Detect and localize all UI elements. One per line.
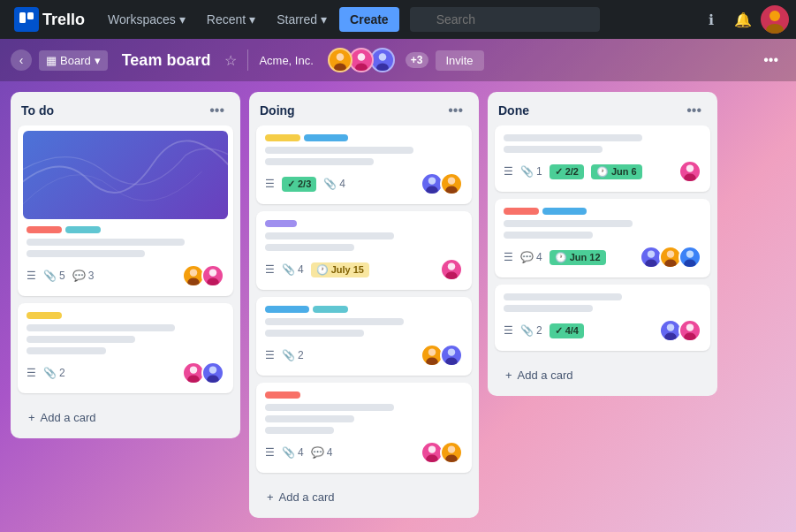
svg-point-33	[684, 174, 696, 183]
search-input[interactable]	[410, 7, 600, 32]
chevron-down-icon: ▾	[249, 12, 255, 27]
card-avatar[interactable]	[440, 172, 463, 195]
board-star-button[interactable]: ☆	[224, 52, 237, 69]
svg-point-34	[648, 250, 655, 257]
column-todo-body: ☰ 📎5 💬3	[11, 125, 240, 400]
card-text	[265, 318, 463, 337]
card-avatar[interactable]	[201, 361, 224, 384]
card-doing-2[interactable]: ☰ 📎4 🕐 July 15	[256, 211, 472, 290]
card-done-3[interactable]: ☰ 📎2 ✓ 4/4	[495, 285, 710, 351]
card-avatar[interactable]	[440, 258, 463, 281]
card-avatar[interactable]	[440, 344, 463, 367]
comment-icon: 💬	[311, 446, 324, 459]
member-avatars	[328, 48, 395, 72]
starred-menu[interactable]: Starred ▾	[268, 7, 336, 32]
column-todo-more[interactable]: •••	[204, 101, 230, 120]
meta-list: ☰	[504, 324, 513, 337]
card-avatars	[421, 441, 463, 464]
svg-point-13	[207, 278, 219, 287]
card-doing-4[interactable]: ☰ 📎4 💬4	[256, 383, 472, 473]
card-avatar[interactable]	[440, 441, 463, 464]
meta-attach: 📎4	[282, 263, 304, 276]
svg-rect-0	[19, 12, 26, 23]
app-logo[interactable]: Trello	[7, 7, 92, 32]
text-line	[504, 293, 622, 300]
card-meta: ☰ 📎4 💬4	[265, 441, 463, 464]
svg-point-32	[686, 164, 694, 171]
column-todo-title: To do	[21, 103, 54, 118]
svg-point-42	[686, 323, 694, 331]
column-doing-more[interactable]: •••	[443, 101, 468, 120]
list-icon: ☰	[504, 251, 513, 263]
check-icon: ✓	[555, 325, 563, 337]
svg-point-17	[207, 376, 219, 384]
svg-point-22	[448, 262, 455, 270]
paperclip-icon: 📎	[43, 270, 57, 282]
board-title: Team board	[115, 51, 218, 70]
check-icon: ✓	[555, 166, 563, 178]
member-avatar-2[interactable]	[349, 48, 374, 72]
svg-point-9	[376, 63, 389, 72]
card-text	[504, 293, 701, 312]
card-done-2[interactable]: ☰ 💬4 🕐 Jun 12	[495, 199, 710, 277]
user-avatar[interactable]	[761, 5, 789, 34]
plus-icon: +	[28, 411, 35, 424]
more-members-badge[interactable]: +3	[406, 52, 428, 68]
column-doing-header: Doing •••	[249, 92, 479, 125]
card-avatar[interactable]	[201, 264, 224, 287]
text-line	[265, 318, 404, 325]
paperclip-icon: 📎	[282, 446, 295, 459]
invite-button[interactable]: Invite	[436, 50, 484, 71]
column-todo: To do •••	[11, 92, 240, 438]
recent-menu[interactable]: Recent ▾	[198, 7, 264, 32]
card-avatars	[640, 246, 701, 269]
meta-attach: 📎4	[323, 178, 345, 190]
card-labels	[27, 312, 224, 319]
add-card-todo[interactable]: + Add a card	[18, 404, 233, 431]
svg-point-12	[209, 269, 216, 276]
column-done-more[interactable]: •••	[681, 101, 707, 120]
text-line	[265, 330, 364, 337]
card-avatar[interactable]	[678, 160, 701, 183]
card-avatar[interactable]	[678, 319, 701, 342]
meta-comment: 💬4	[520, 251, 542, 263]
sidebar-collapse-button[interactable]: ‹	[11, 49, 32, 71]
info-button[interactable]: ℹ	[697, 5, 725, 34]
list-icon: ☰	[265, 263, 275, 276]
card-todo-1[interactable]: ☰ 📎5 💬3	[18, 125, 233, 296]
svg-point-16	[209, 366, 216, 373]
card-text	[27, 324, 224, 354]
board-more-button[interactable]: •••	[756, 49, 785, 72]
card-done-1[interactable]: ☰ 📎1 ✓ 2/2 🕐 Jun 6	[495, 125, 710, 192]
member-avatar-3[interactable]	[370, 48, 395, 72]
checklist-done-badge: ✓ 4/4	[550, 323, 584, 338]
text-line	[265, 158, 374, 165]
list-icon: ☰	[265, 349, 275, 361]
add-card-done[interactable]: + Add a card	[495, 361, 710, 389]
add-card-doing[interactable]: + Add a card	[256, 483, 472, 511]
svg-point-36	[667, 250, 674, 257]
svg-point-3	[766, 24, 784, 34]
card-meta: ☰ 📎2	[265, 344, 463, 367]
card-todo-2[interactable]: ☰ 📎2	[18, 303, 233, 393]
card-text	[265, 404, 463, 434]
create-button[interactable]: Create	[339, 7, 399, 32]
svg-point-23	[445, 272, 458, 281]
list-icon: ☰	[504, 165, 513, 178]
notifications-button[interactable]: 🔔	[729, 5, 757, 34]
member-avatar-1[interactable]	[328, 48, 353, 72]
meta-attach: 📎2	[520, 324, 542, 337]
clock-icon: 🕐	[555, 252, 567, 263]
chevron-down-icon: ▾	[321, 12, 327, 27]
card-doing-1[interactable]: ☰ ✓ 2/3 📎4	[256, 125, 472, 204]
board-view-switcher[interactable]: ▦ Board ▾	[39, 50, 108, 71]
svg-point-7	[355, 63, 368, 72]
svg-point-19	[426, 186, 438, 195]
card-text	[265, 147, 463, 165]
workspaces-menu[interactable]: Workspaces ▾	[99, 7, 194, 32]
meta-comment: 💬3	[72, 270, 95, 282]
card-avatar[interactable]	[678, 246, 701, 269]
card-doing-3[interactable]: ☰ 📎2	[256, 297, 472, 376]
svg-point-24	[428, 348, 436, 355]
svg-point-27	[445, 358, 458, 367]
